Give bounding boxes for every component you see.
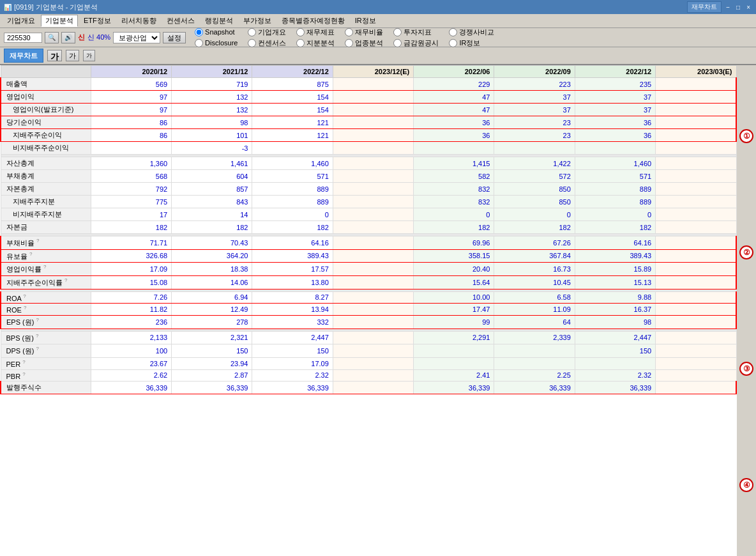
quarterly-value: 367.84 bbox=[494, 249, 575, 263]
font-medium-btn[interactable]: 가 bbox=[66, 50, 79, 61]
table-row: 당기순이익8698121362336 bbox=[1, 116, 736, 129]
header-q1[interactable]: 2022/06 bbox=[414, 66, 494, 78]
quarterly-value: 36,339 bbox=[575, 382, 655, 394]
title-text: [0919] 기업분석 - 기업분석 bbox=[14, 3, 98, 12]
radio-geumgam[interactable]: 금감원공시 bbox=[393, 38, 439, 48]
chart-btn[interactable]: 재무차트 bbox=[4, 49, 43, 63]
radio-kieopgaeyo[interactable]: 기업개요 bbox=[248, 27, 286, 37]
menu-extra[interactable]: 부가정보 bbox=[239, 15, 276, 27]
quarterly-value: 1,460 bbox=[575, 157, 655, 170]
window-maximize[interactable]: □ bbox=[734, 4, 742, 11]
header-q3[interactable]: 2022/12 bbox=[575, 66, 655, 78]
window-close[interactable]: × bbox=[745, 4, 752, 11]
header-2021[interactable]: 2021/12 bbox=[172, 66, 252, 78]
row-label: 자산총계 bbox=[1, 157, 91, 170]
radio-jaemubiyul[interactable]: 재무비율 bbox=[345, 27, 383, 37]
quarterly-value: 37 bbox=[494, 91, 575, 104]
header-q2[interactable]: 2022/09 bbox=[494, 66, 575, 78]
header-q4e[interactable]: 2023/03(E) bbox=[656, 66, 736, 78]
annual-value: 182 bbox=[172, 221, 252, 234]
annual-value: 857 bbox=[172, 183, 252, 196]
table-row: 지배주주지분775843889832850889 bbox=[1, 196, 736, 208]
table-row: 자산총계1,3601,4611,4601,4151,4221,460 bbox=[1, 157, 736, 170]
menu-research[interactable]: 리서치동향 bbox=[117, 15, 161, 27]
annual-value: 792 bbox=[91, 183, 171, 196]
table-row: 지배주주순이익률 ?15.0814.0613.8015.6410.4515.13 bbox=[1, 275, 736, 289]
radio-kyeongjaeng[interactable]: 경쟁사비교 bbox=[449, 27, 494, 37]
quarterly-value: 36 bbox=[575, 129, 655, 142]
stock-code-input[interactable] bbox=[4, 33, 42, 43]
menu-consensus[interactable]: 컨센서스 bbox=[162, 15, 199, 27]
annual-value: 101 bbox=[172, 129, 252, 142]
quarterly-value bbox=[656, 157, 736, 170]
setting-btn[interactable]: 설정 bbox=[163, 32, 186, 43]
annual-value bbox=[333, 183, 413, 196]
radio-upjong[interactable]: 업종분석 bbox=[345, 38, 383, 48]
annual-value bbox=[333, 157, 413, 170]
quarterly-value bbox=[656, 142, 736, 155]
annual-value bbox=[333, 170, 413, 183]
header-2020[interactable]: 2020/12 bbox=[91, 66, 171, 78]
quarterly-value: 832 bbox=[414, 183, 494, 196]
app-icon: 📊 bbox=[4, 4, 11, 11]
font-large-btn[interactable]: 가 bbox=[47, 50, 62, 61]
quarterly-value: 15.89 bbox=[575, 263, 655, 276]
radio-consensus2[interactable]: 컨센서스 bbox=[248, 38, 286, 48]
quarterly-value bbox=[494, 142, 575, 155]
annual-value: 2.32 bbox=[252, 369, 333, 382]
annual-value bbox=[333, 331, 413, 344]
radio-jibun[interactable]: 지분분석 bbox=[296, 38, 335, 48]
quarterly-value: 832 bbox=[414, 196, 494, 208]
quarterly-value: 15.13 bbox=[575, 275, 655, 289]
annual-value: 843 bbox=[172, 196, 252, 208]
font-small-btn[interactable]: 가 bbox=[83, 50, 95, 61]
quarterly-value: 47 bbox=[414, 104, 494, 116]
quarterly-value bbox=[575, 142, 655, 155]
radio-jaemujesyo[interactable]: 재무제표 bbox=[296, 27, 335, 37]
header-2023e[interactable]: 2023/12(E) bbox=[333, 66, 413, 78]
quarterly-value: 182 bbox=[494, 221, 575, 234]
quarterly-value: 0 bbox=[414, 208, 494, 221]
annual-value bbox=[91, 142, 171, 155]
menu-etf[interactable]: ETF정보 bbox=[79, 15, 116, 27]
menu-kieopgaeyo[interactable]: 기업개요 bbox=[3, 15, 40, 27]
quarterly-value: 223 bbox=[494, 78, 575, 91]
table-row: 부채비율 ?71.7170.4364.1669.9667.2664.16 bbox=[1, 236, 736, 250]
radio-disclosure[interactable]: Disclosure bbox=[195, 39, 238, 47]
annual-value bbox=[333, 369, 413, 382]
radio-ir[interactable]: IR정보 bbox=[449, 38, 494, 48]
annual-value bbox=[333, 221, 413, 234]
quarterly-value: 64.16 bbox=[575, 236, 655, 250]
quarterly-value: 358.15 bbox=[414, 249, 494, 263]
quarterly-value bbox=[656, 170, 736, 183]
sector-select[interactable]: 보광산업 bbox=[113, 32, 160, 43]
radio-tujajipyo[interactable]: 투자지표 bbox=[393, 27, 439, 37]
menu-kieopbunsek[interactable]: 기업분석 bbox=[41, 15, 78, 27]
annual-value bbox=[333, 344, 413, 358]
right-panel: ① ② ③ ④ bbox=[737, 65, 756, 556]
radio-snapshot[interactable]: Snapshot bbox=[195, 28, 238, 36]
quarterly-value: 9.88 bbox=[575, 291, 655, 304]
financial-table: 2020/12 2021/12 2022/12 2023/12(E) 2022/… bbox=[0, 65, 737, 394]
sound-btn[interactable]: 🔊 bbox=[61, 32, 75, 43]
menu-ranking[interactable]: 랭킹분석 bbox=[200, 15, 238, 27]
search-btn[interactable]: 🔍 bbox=[45, 32, 59, 43]
table-container[interactable]: 2020/12 2021/12 2022/12 2023/12(E) 2022/… bbox=[0, 65, 737, 556]
row-label: EPS (원) ? bbox=[1, 315, 91, 328]
menu-jongmok[interactable]: 종목별증자예정현황 bbox=[277, 15, 349, 27]
quarterly-value: 850 bbox=[494, 196, 575, 208]
annual-value bbox=[333, 196, 413, 208]
quarterly-value: 37 bbox=[494, 104, 575, 116]
jaemuChart-btn[interactable]: 재무차트 bbox=[687, 1, 722, 13]
window-minimize[interactable]: − bbox=[724, 4, 732, 11]
annual-value bbox=[333, 129, 413, 142]
quarterly-value bbox=[656, 331, 736, 344]
quarterly-value: 150 bbox=[575, 344, 655, 358]
row-label: PER ? bbox=[1, 357, 91, 369]
annual-value bbox=[333, 208, 413, 221]
menu-ir[interactable]: IR정보 bbox=[351, 15, 381, 27]
radio-group: Snapshot 기업개요 재무제표 재무비율 투자지표 경쟁사비교 Discl… bbox=[195, 27, 494, 48]
quarterly-value: 20.40 bbox=[414, 263, 494, 276]
annual-value: 1,360 bbox=[91, 157, 171, 170]
header-2022[interactable]: 2022/12 bbox=[252, 66, 333, 78]
